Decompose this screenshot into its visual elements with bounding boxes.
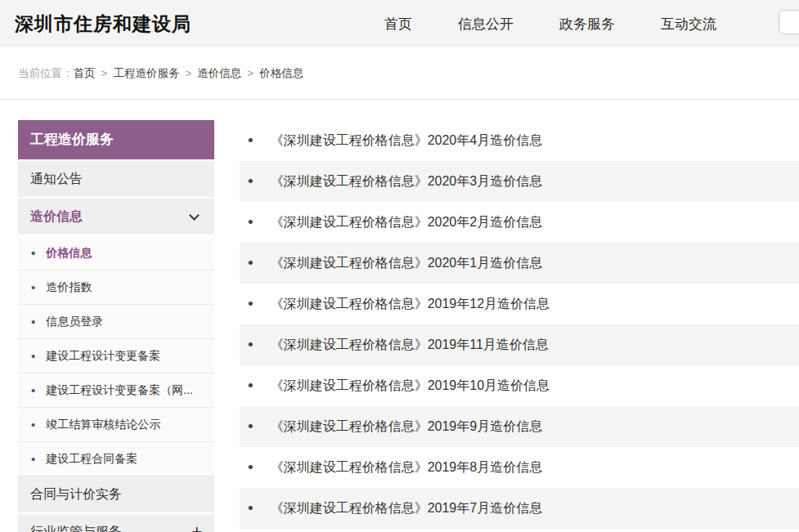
bullet-icon: • bbox=[248, 336, 254, 354]
breadcrumb-separator: > bbox=[247, 67, 254, 79]
article-title: 《深圳建设工程价格信息》2019年7月造价信息 bbox=[271, 500, 543, 517]
list-item[interactable]: •《深圳建设工程价格信息》2020年2月造价信息 bbox=[240, 202, 799, 243]
site-title: 深圳市住房和建设局 bbox=[15, 11, 191, 37]
breadcrumb-items: 首页>工程造价服务>造价信息>价格信息 bbox=[74, 66, 304, 81]
top-nav: 首页信息公开政务服务互动交流 bbox=[384, 0, 716, 47]
list-item[interactable]: •《深圳建设工程价格信息》2020年1月造价信息 bbox=[240, 243, 799, 284]
breadcrumb-link[interactable]: 工程造价服务 bbox=[113, 67, 179, 79]
bullet-icon: • bbox=[31, 315, 35, 329]
bullet-icon: • bbox=[31, 280, 35, 294]
sidebar-menu: 通知公告造价信息•价格信息•造价指数•信息员登录•建设工程设计变更备案•建设工程… bbox=[18, 161, 214, 532]
bullet-icon: • bbox=[248, 377, 254, 395]
nav-item-信息公开[interactable]: 信息公开 bbox=[458, 15, 514, 34]
list-item[interactable]: •《深圳建设工程价格信息》2019年11月造价信息 bbox=[240, 324, 799, 365]
article-title: 《深圳建设工程价格信息》2020年4月造价信息 bbox=[271, 132, 543, 150]
nav-item-首页[interactable]: 首页 bbox=[384, 15, 412, 34]
article-title: 《深圳建设工程价格信息》2019年9月造价信息 bbox=[271, 418, 543, 436]
nav-item-互动交流[interactable]: 互动交流 bbox=[661, 15, 716, 34]
list-item[interactable]: •《深圳建设工程价格信息》2020年4月造价信息 bbox=[240, 120, 799, 161]
bullet-icon: • bbox=[31, 418, 35, 431]
breadcrumb: 当前位置： 首页>工程造价服务>造价信息>价格信息 bbox=[0, 47, 799, 100]
bullet-icon: • bbox=[248, 213, 254, 231]
sidebar-item-label: 价格信息 bbox=[46, 246, 92, 261]
bullet-icon: • bbox=[248, 254, 254, 272]
bullet-icon: • bbox=[248, 418, 254, 436]
article-title: 《深圳建设工程价格信息》2019年8月造价信息 bbox=[271, 459, 543, 476]
article-list: •《深圳建设工程价格信息》2020年4月造价信息•《深圳建设工程价格信息》202… bbox=[240, 120, 799, 529]
bullet-icon: • bbox=[248, 132, 254, 150]
sidebar: 工程造价服务 通知公告造价信息•价格信息•造价指数•信息员登录•建设工程设计变更… bbox=[18, 120, 214, 532]
sidebar-item-通知公告[interactable]: 通知公告 bbox=[18, 161, 214, 197]
list-item[interactable]: •《深圳建设工程价格信息》2019年9月造价信息 bbox=[240, 406, 799, 447]
bullet-icon: • bbox=[31, 246, 35, 260]
sidebar-item-label: 建设工程合同备案 bbox=[46, 452, 137, 467]
sidebar-item-造价信息[interactable]: 造价信息 bbox=[18, 199, 214, 235]
search-input[interactable] bbox=[779, 10, 799, 34]
page: 深圳市住房和建设局 首页信息公开政务服务互动交流 当前位置： 首页>工程造价服务… bbox=[0, 0, 799, 532]
list-item[interactable]: •《深圳建设工程价格信息》2020年3月造价信息 bbox=[240, 161, 799, 202]
sidebar-item-造价指数[interactable]: •造价指数 bbox=[18, 270, 214, 305]
nav-item-政务服务[interactable]: 政务服务 bbox=[559, 15, 615, 34]
article-title: 《深圳建设工程价格信息》2019年10月造价信息 bbox=[271, 378, 550, 395]
bullet-icon: • bbox=[248, 295, 254, 313]
article-title: 《深圳建设工程价格信息》2019年11月造价信息 bbox=[271, 337, 549, 354]
sidebar-item-label: 通知公告 bbox=[30, 172, 83, 186]
sidebar-item-建设工程设计变更备案[interactable]: •建设工程设计变更备案（网... bbox=[18, 373, 214, 408]
sidebar-item-label: 行业监管与服务 bbox=[30, 525, 122, 532]
sidebar-item-行业监管与服务[interactable]: 行业监管与服务+ bbox=[18, 514, 214, 532]
breadcrumb-label: 当前位置： bbox=[18, 66, 74, 81]
plus-icon[interactable]: + bbox=[191, 514, 202, 532]
sidebar-title: 工程造价服务 bbox=[18, 120, 214, 159]
breadcrumb-separator: > bbox=[101, 67, 108, 79]
bullet-icon: • bbox=[31, 349, 35, 363]
sidebar-item-label: 建设工程设计变更备案（网... bbox=[46, 383, 193, 398]
sidebar-item-竣工结算审核结论公示[interactable]: •竣工结算审核结论公示 bbox=[18, 408, 214, 442]
sidebar-item-信息员登录[interactable]: •信息员登录 bbox=[18, 305, 214, 339]
sidebar-item-label: 造价信息 bbox=[30, 209, 83, 223]
bullet-icon: • bbox=[248, 458, 254, 476]
article-title: 《深圳建设工程价格信息》2020年1月造价信息 bbox=[271, 255, 543, 272]
breadcrumb-link[interactable]: 造价信息 bbox=[197, 67, 241, 79]
article-title: 《深圳建设工程价格信息》2019年12月造价信息 bbox=[271, 296, 550, 313]
site-header: 深圳市住房和建设局 首页信息公开政务服务互动交流 bbox=[0, 0, 799, 47]
bullet-icon: • bbox=[31, 452, 35, 466]
sidebar-item-价格信息[interactable]: •价格信息 bbox=[18, 236, 214, 270]
sidebar-item-label: 造价指数 bbox=[46, 280, 92, 295]
sidebar-item-建设工程设计变更备案[interactable]: •建设工程设计变更备案 bbox=[18, 339, 214, 373]
sidebar-item-label: 建设工程设计变更备案 bbox=[46, 349, 160, 364]
content: 工程造价服务 通知公告造价信息•价格信息•造价指数•信息员登录•建设工程设计变更… bbox=[0, 100, 799, 532]
list-item[interactable]: •《深圳建设工程价格信息》2019年8月造价信息 bbox=[240, 447, 799, 488]
sidebar-item-label: 竣工结算审核结论公示 bbox=[46, 418, 160, 432]
bullet-icon: • bbox=[248, 172, 254, 190]
sidebar-item-建设工程合同备案[interactable]: •建设工程合同备案 bbox=[18, 442, 214, 476]
bullet-icon: • bbox=[31, 383, 35, 397]
list-item[interactable]: •《深圳建设工程价格信息》2019年12月造价信息 bbox=[240, 284, 799, 324]
chevron-down-icon bbox=[189, 210, 200, 221]
breadcrumb-link[interactable]: 价格信息 bbox=[259, 67, 303, 79]
article-title: 《深圳建设工程价格信息》2020年2月造价信息 bbox=[271, 214, 543, 231]
article-title: 《深圳建设工程价格信息》2020年3月造价信息 bbox=[271, 173, 543, 190]
sidebar-item-合同与计价实务[interactable]: 合同与计价实务 bbox=[18, 476, 214, 512]
sidebar-item-label: 信息员登录 bbox=[46, 315, 103, 329]
list-item[interactable]: •《深圳建设工程价格信息》2019年10月造价信息 bbox=[240, 365, 799, 406]
list-item[interactable]: •《深圳建设工程价格信息》2019年7月造价信息 bbox=[240, 488, 799, 529]
bullet-icon: • bbox=[248, 499, 254, 517]
breadcrumb-separator: > bbox=[185, 67, 191, 79]
sidebar-item-label: 合同与计价实务 bbox=[30, 487, 122, 501]
breadcrumb-link[interactable]: 首页 bbox=[74, 67, 96, 79]
